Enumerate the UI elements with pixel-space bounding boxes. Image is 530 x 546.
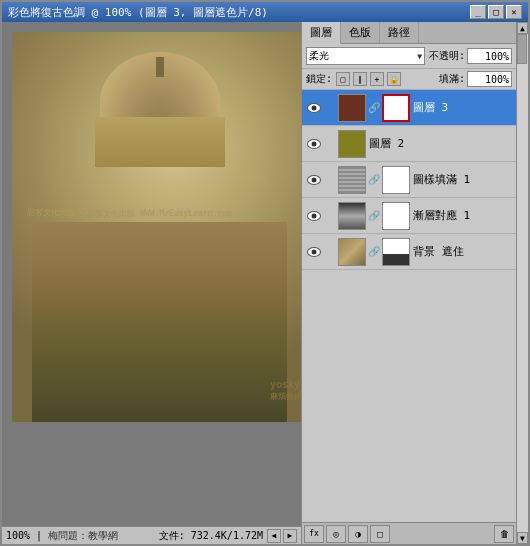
layers-panel: 圖層 色版 路徑 柔光 ▼ 不透明: 100% xyxy=(301,22,516,544)
layers-scrollbar[interactable]: ▲ ▼ xyxy=(516,22,528,544)
background-name: 背景 遮住 xyxy=(413,244,512,259)
pattern-fill-chain: 🔗 xyxy=(369,174,379,185)
layer-item-gradient-map[interactable]: 🔗 漸層對應 1 xyxy=(302,198,516,234)
delete-layer-button[interactable]: 🗑 xyxy=(494,525,514,543)
panel-tabs: 圖層 色版 路徑 xyxy=(302,22,516,44)
layer-3-chain: 🔗 xyxy=(369,102,379,113)
lock-icons: □ ∥ + 🔒 xyxy=(336,72,401,86)
scroll-down-button[interactable]: ▼ xyxy=(517,532,528,544)
scroll-thumb[interactable] xyxy=(517,34,527,64)
background-chain: 🔗 xyxy=(369,246,379,257)
yosky-watermark: yosky麻煩教網 xyxy=(270,379,301,402)
status-left: 100% | 梅問題：教學網 xyxy=(6,529,159,543)
scroll-up-button[interactable]: ▲ xyxy=(517,22,528,34)
lock-move-button[interactable]: + xyxy=(370,72,384,86)
new-layer-button[interactable]: □ xyxy=(370,525,390,543)
title-bar: 彩色將復古色調 @ 100% (圖層 3, 圖層遮色片/8) _ □ ✕ xyxy=(2,2,528,22)
close-button[interactable]: ✕ xyxy=(506,5,522,19)
zoom-level: 100% xyxy=(6,530,30,541)
pattern-fill-mask xyxy=(382,166,410,194)
scroll-track xyxy=(517,34,528,532)
file-size: 文件: 732.4K/1.72M xyxy=(159,529,263,543)
watermark-label: 梅問題：教學網 xyxy=(48,529,118,543)
photoshop-window: 彩色將復古色調 @ 100% (圖層 3, 圖層遮色片/8) _ □ ✕ xyxy=(0,0,530,546)
fill-label: 填滿: xyxy=(439,72,465,86)
layer-list: 🔗 圖層 3 圖層 2 xyxy=(302,90,516,522)
fill-input[interactable]: 100% xyxy=(467,71,512,87)
status-divider: | xyxy=(36,530,42,541)
gradient-map-chain: 🔗 xyxy=(369,210,379,221)
blend-mode-row: 柔光 ▼ 不透明: 100% xyxy=(302,44,516,69)
lock-all-button[interactable]: 🔒 xyxy=(387,72,401,86)
lock-label: 鎖定: xyxy=(306,72,332,86)
status-next-button[interactable]: ▶ xyxy=(283,529,297,543)
dome-drum xyxy=(95,117,225,167)
canvas-image: 思客文化出版 WWW.MrEasyLearn.com yosky麻煩教網 xyxy=(12,32,301,422)
blend-mode-chevron: ▼ xyxy=(417,52,422,61)
building-body xyxy=(32,222,287,422)
main-content: 思客文化出版 WWW.MrEasyLearn.com yosky麻煩教網 思客文… xyxy=(2,22,528,544)
pattern-fill-thumb xyxy=(338,166,366,194)
blend-mode-select[interactable]: 柔光 ▼ xyxy=(306,47,425,65)
lock-row: 鎖定: □ ∥ + 🔒 填滿: 100% xyxy=(302,69,516,90)
title-bar-buttons: _ □ ✕ xyxy=(470,5,522,19)
layer-item-pattern-fill[interactable]: 🔗 圖樣填滿 1 xyxy=(302,162,516,198)
opacity-input[interactable]: 100% xyxy=(467,48,512,64)
layer-item-background[interactable]: 🔗 背景 遮住 xyxy=(302,234,516,270)
gradient-map-mask xyxy=(382,202,410,230)
status-right: 文件: 732.4K/1.72M ◀ ▶ xyxy=(159,529,297,543)
layer-2-visibility[interactable] xyxy=(306,136,322,152)
opacity-row: 不透明: 100% xyxy=(429,48,512,64)
tab-paths[interactable]: 路徑 xyxy=(380,22,419,43)
pattern-fill-name: 圖樣填滿 1 xyxy=(413,172,512,187)
new-fill-layer-button[interactable]: ◑ xyxy=(348,525,368,543)
canvas-area: 思客文化出版 WWW.MrEasyLearn.com yosky麻煩教網 思客文… xyxy=(2,22,301,544)
minimize-button[interactable]: _ xyxy=(470,5,486,19)
status-prev-button[interactable]: ◀ xyxy=(267,529,281,543)
background-mask xyxy=(382,238,410,266)
background-thumb xyxy=(338,238,366,266)
layer-mask-button[interactable]: ◎ xyxy=(326,525,346,543)
layer-2-name: 圖層 2 xyxy=(369,136,512,151)
layer-item-2[interactable]: 圖層 2 xyxy=(302,126,516,162)
cathedral-background xyxy=(12,32,301,422)
layer-item-3[interactable]: 🔗 圖層 3 xyxy=(302,90,516,126)
background-visibility[interactable] xyxy=(306,244,322,260)
layer-3-visibility[interactable] xyxy=(306,100,322,116)
opacity-label: 不透明: xyxy=(429,49,465,63)
layer-3-thumb xyxy=(338,94,366,122)
lock-transparency-button[interactable]: □ xyxy=(336,72,350,86)
fill-row: 填滿: 100% xyxy=(439,71,512,87)
lock-paint-button[interactable]: ∥ xyxy=(353,72,367,86)
panel-bottom-toolbar: fx ◎ ◑ □ 🗑 xyxy=(302,522,516,544)
gradient-map-visibility[interactable] xyxy=(306,208,322,224)
layer-3-mask xyxy=(382,94,410,122)
layer-2-thumb xyxy=(338,130,366,158)
tab-channels[interactable]: 色版 xyxy=(341,22,380,43)
gradient-map-name: 漸層對應 1 xyxy=(413,208,512,223)
tab-layers[interactable]: 圖層 xyxy=(302,22,341,44)
layer-3-name: 圖層 3 xyxy=(413,100,512,115)
status-nav-buttons: ◀ ▶ xyxy=(267,529,297,543)
gradient-map-thumb xyxy=(338,202,366,230)
canvas-status-bar: 100% | 梅問題：教學網 文件: 732.4K/1.72M ◀ ▶ xyxy=(2,526,301,544)
dome-top xyxy=(156,57,164,77)
maximize-button[interactable]: □ xyxy=(488,5,504,19)
layer-style-button[interactable]: fx xyxy=(304,525,324,543)
pattern-fill-visibility[interactable] xyxy=(306,172,322,188)
window-title: 彩色將復古色調 @ 100% (圖層 3, 圖層遮色片/8) xyxy=(8,5,268,20)
